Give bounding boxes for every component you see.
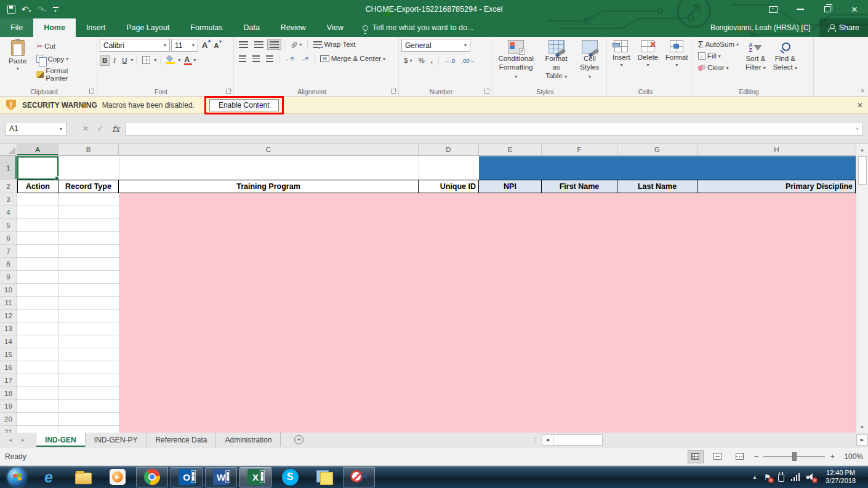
enable-content-button[interactable]: Enable Content: [209, 99, 279, 111]
font-size-combo[interactable]: 11▾: [171, 39, 198, 52]
wrap-text-button[interactable]: Wrap Text: [311, 39, 358, 50]
insert-cells-button[interactable]: Insert ▾: [609, 39, 633, 69]
horizontal-scrollbar[interactable]: ◀ ▶: [542, 433, 868, 447]
cell-a2[interactable]: Action: [17, 180, 58, 193]
conditional-formatting-button[interactable]: Conditional Formatting ▾: [495, 39, 537, 81]
name-box[interactable]: A1 ▾: [5, 122, 66, 136]
close-button[interactable]: ✕: [841, 0, 868, 18]
power-icon[interactable]: [778, 474, 784, 482]
shrink-font-button[interactable]: A▼: [211, 41, 221, 50]
minimize-button[interactable]: [787, 0, 814, 18]
taskbar-file-explorer[interactable]: [67, 467, 99, 487]
middle-align-button[interactable]: [252, 39, 266, 50]
user-name[interactable]: Bongiovanni, Leah (HRSA) [C]: [710, 23, 811, 32]
column-header-a[interactable]: A: [17, 144, 58, 156]
taskbar-excel[interactable]: X: [239, 467, 271, 487]
comma-style-button[interactable]: ,: [428, 55, 435, 66]
top-align-button[interactable]: [236, 39, 251, 50]
orientation-button[interactable]: ab▾: [288, 39, 304, 50]
taskbar-internet-explorer[interactable]: e: [33, 467, 65, 487]
taskbar-sticky-notes[interactable]: [308, 467, 340, 487]
zoom-out-button[interactable]: −: [754, 452, 759, 461]
taskbar-snipping-tool[interactable]: ✂: [343, 467, 375, 487]
bold-button[interactable]: B: [100, 55, 110, 66]
column-header-c[interactable]: C: [119, 144, 419, 156]
row-header-9[interactable]: 9: [0, 271, 17, 284]
confirm-entry-button[interactable]: ✓: [97, 124, 103, 133]
sheet-tab-administration[interactable]: Administration: [216, 433, 281, 447]
bottom-align-button[interactable]: [267, 39, 281, 50]
merge-center-button[interactable]: Merge & Center▾: [318, 53, 388, 64]
row-1[interactable]: [17, 156, 856, 180]
insert-function-button[interactable]: fx: [112, 124, 119, 134]
zoom-in-button[interactable]: +: [830, 452, 835, 461]
hscroll-left-button[interactable]: ◀: [542, 434, 553, 446]
italic-button[interactable]: I: [111, 55, 118, 66]
row-header-2[interactable]: 2: [0, 180, 17, 193]
font-dialog-launcher[interactable]: [226, 89, 231, 94]
security-bar-close-button[interactable]: ✕: [857, 97, 863, 113]
vertical-scroll-thumb[interactable]: [858, 156, 867, 185]
pink-protected-region[interactable]: [119, 193, 856, 433]
decrease-decimal-button[interactable]: .00→: [459, 55, 478, 66]
scroll-up-button[interactable]: ▲: [856, 144, 868, 155]
scroll-down-button[interactable]: ▼: [856, 422, 868, 433]
find-select-button[interactable]: Find & Select ▾: [770, 39, 800, 73]
cut-button[interactable]: ✂Cut: [34, 40, 94, 52]
row-header-3[interactable]: 3: [0, 193, 17, 206]
cell-c2[interactable]: Training Program: [119, 180, 419, 193]
cell-d2[interactable]: Unique ID: [419, 180, 479, 193]
percent-style-button[interactable]: %: [416, 55, 427, 66]
row-header-7[interactable]: 7: [0, 245, 17, 258]
page-break-view-button[interactable]: [732, 450, 748, 463]
sheet-tab-reference-data[interactable]: Reference Data: [147, 433, 216, 447]
column-header-h[interactable]: H: [697, 144, 856, 156]
borders-button[interactable]: [140, 54, 153, 66]
column-header-e[interactable]: E: [479, 144, 542, 156]
row-header-19[interactable]: 19: [0, 400, 17, 413]
autosum-button[interactable]: ΣAutoSum▾: [696, 39, 741, 50]
number-dialog-launcher[interactable]: [484, 89, 489, 94]
tell-me-box[interactable]: Tell me what you want to do...: [354, 18, 483, 37]
taskbar-clock[interactable]: 12:40 PM 3/27/2018: [822, 469, 859, 485]
increase-indent-button[interactable]: →≡: [297, 54, 311, 64]
taskbar-skype[interactable]: S: [274, 467, 306, 487]
underline-dropdown-icon[interactable]: ▾: [131, 57, 133, 63]
row-header-4[interactable]: 4: [0, 206, 17, 219]
active-cell-a1[interactable]: [17, 156, 58, 180]
column-header-g[interactable]: G: [617, 144, 697, 156]
clear-button[interactable]: Clear▾: [696, 62, 741, 73]
fill-color-dropdown-icon[interactable]: ▾: [179, 57, 181, 63]
ribbon-display-options-button[interactable]: ^: [760, 0, 787, 18]
tab-page-layout[interactable]: Page Layout: [116, 18, 180, 37]
align-right-button[interactable]: [263, 54, 276, 64]
column-header-f[interactable]: F: [542, 144, 617, 156]
copy-button[interactable]: Copy▾: [34, 53, 94, 65]
row-header-6[interactable]: 6: [0, 232, 17, 245]
cell-b2[interactable]: Record Type: [58, 180, 119, 193]
row-header-1[interactable]: 1: [0, 156, 17, 180]
row-header-16[interactable]: 16: [0, 361, 17, 374]
cell-e2[interactable]: NPI: [479, 180, 542, 193]
tab-insert[interactable]: Insert: [76, 18, 116, 37]
increase-decimal-button[interactable]: ←.0: [442, 55, 457, 66]
number-format-combo[interactable]: General▾: [401, 39, 470, 52]
restore-button[interactable]: [814, 0, 841, 18]
zoom-level[interactable]: 100%: [841, 452, 863, 461]
row-header-15[interactable]: 15: [0, 348, 17, 361]
row-header-18[interactable]: 18: [0, 387, 17, 400]
cancel-entry-button[interactable]: ✕: [82, 124, 89, 133]
show-hidden-icons-button[interactable]: ▲: [752, 474, 757, 480]
underline-button[interactable]: U: [119, 55, 129, 66]
font-name-combo[interactable]: Calibri▾: [100, 39, 170, 52]
row-header-8[interactable]: 8: [0, 258, 17, 271]
sheet-nav-left-icon[interactable]: ◂: [9, 436, 12, 443]
row-header-17[interactable]: 17: [0, 374, 17, 387]
sheet-tab-ind-gen-py[interactable]: IND-GEN-PY: [86, 433, 147, 447]
tab-view[interactable]: View: [316, 18, 354, 37]
volume-muted-icon[interactable]: ✕: [806, 473, 815, 481]
row-header-20[interactable]: 20: [0, 413, 17, 426]
tab-splitter-grip[interactable]: ⋮: [529, 433, 542, 447]
zoom-slider[interactable]: [763, 456, 825, 457]
font-color-dropdown-icon[interactable]: ▾: [193, 57, 196, 63]
